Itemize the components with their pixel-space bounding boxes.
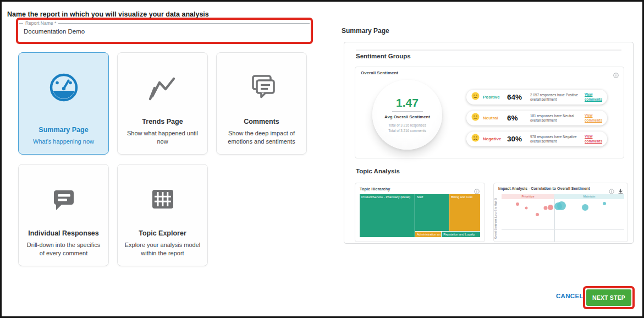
impact-y-axis-label: Overall Sentiment (Low -5 to High 5)	[494, 198, 499, 239]
sentiment-label: Neutral	[483, 116, 504, 120]
scatter-point	[525, 207, 527, 210]
card-summary-page[interactable]: Summary Page What's happening now	[18, 52, 109, 155]
sentiment-label: Negative	[483, 136, 504, 141]
card-comments[interactable]: Comments Show the deep impact of emotion…	[216, 52, 307, 155]
card-individual-responses[interactable]: Individual Responses Drill-down into the…	[18, 164, 109, 266]
treemap-block: Administration an...	[415, 232, 441, 237]
report-name-input[interactable]	[19, 26, 310, 35]
field-outline	[58, 23, 310, 24]
card-topic-explorer[interactable]: Topic Explorer Explore your analysis mod…	[117, 164, 208, 266]
page-title: Name the report in which you will visual…	[7, 10, 209, 18]
smiley-positive-icon	[471, 92, 480, 102]
card-title: Topic Explorer	[124, 229, 201, 237]
maintain-band: Maintain	[554, 194, 624, 199]
card-subtitle: Show the deep impact of emotions and sen…	[223, 129, 300, 145]
sentiment-groups-title: Sentiment Groups	[356, 53, 411, 59]
treemap-label: Administration an...	[415, 232, 441, 237]
prioritize-band: Prioritize	[502, 194, 554, 199]
line-chart-icon	[147, 69, 178, 106]
impact-analysis-card: Impact Analysis - Correlation to Overall…	[493, 183, 628, 242]
sentiment-rows: Positive 64% 2 057 responses have Positi…	[466, 90, 607, 146]
view-comments-link[interactable]: View comments	[585, 92, 603, 102]
topic-analysis-title: Topic Analysis	[356, 168, 400, 174]
sentiment-row-positive: Positive 64% 2 057 responses have Positi…	[466, 90, 607, 105]
scatter-point	[544, 206, 548, 210]
view-comments-link[interactable]: View comments	[585, 113, 603, 123]
scatter-gridline	[502, 229, 624, 230]
scatter-point	[516, 202, 519, 206]
treemap-block: Reputation and Loyalty	[442, 232, 480, 237]
report-type-cards: Summary Page What's happening now Trends…	[18, 52, 307, 266]
avg-sentiment-label: Avg Overall Sentiment	[384, 114, 430, 119]
sentiment-description: 2 057 responses have Positive overall se…	[530, 93, 581, 101]
topic-treemap: Product/Service - Pharmacy (Retail) Staf…	[360, 194, 480, 237]
avg-sentiment-value: 1.47	[396, 96, 419, 109]
impact-scatter-plot	[502, 199, 624, 242]
preview-title: Summary Page	[342, 27, 389, 35]
view-comments-link[interactable]: View comments	[585, 134, 603, 144]
gauge-icon	[48, 69, 79, 106]
total-comments: Total of 3 216 comments	[388, 128, 426, 134]
card-title: Trends Page	[124, 118, 201, 125]
report-name-label-row: Report Name *	[19, 20, 310, 26]
scatter-point	[582, 204, 588, 211]
sentiment-label: Positive	[483, 95, 504, 100]
impact-analysis-title: Impact Analysis - Correlation to Overall…	[498, 187, 590, 190]
treemap-block: Staff	[415, 194, 449, 231]
speech-bubble-icon	[48, 181, 79, 217]
treemap-label: Product/Service - Pharmacy (Retail)	[360, 194, 415, 200]
panel-divider	[356, 50, 621, 51]
card-subtitle: Show what happened until now	[124, 129, 201, 145]
treemap-label: Billing and Cost	[449, 194, 480, 200]
scatter-point	[603, 202, 606, 205]
summary-preview-panel: Sentiment Groups Overall Sentiment 1.47 …	[344, 42, 634, 244]
sentiment-description: 181 responses have Neutral overall senti…	[530, 114, 581, 122]
card-title: Comments	[223, 118, 300, 125]
chat-bubbles-icon	[246, 69, 277, 106]
field-notch	[19, 23, 23, 24]
sentiment-description: 978 responses have Negative overall sent…	[530, 135, 581, 143]
topic-hierarchy-title: Topic Hierarchy	[360, 187, 390, 191]
sentiment-percent: 64%	[507, 93, 527, 101]
smiley-negative-icon	[471, 134, 480, 144]
info-icon[interactable]	[613, 70, 619, 80]
treemap-label: Reputation and Loyalty	[442, 232, 480, 237]
sentiment-percent: 6%	[507, 114, 527, 122]
topic-hierarchy-card: Topic Hierarchy Product/Service - Pharma…	[355, 183, 485, 242]
card-title: Summary Page	[33, 126, 94, 134]
card-subtitle: Drill-down into the specifics of every c…	[25, 241, 102, 257]
report-name-label: Report Name *	[23, 20, 58, 26]
overall-sentiment-title: Overall Sentiment	[361, 70, 398, 75]
treemap-block: Product/Service - Pharmacy (Retail)	[360, 194, 415, 237]
sentiment-row-neutral: Neutral 6% 181 responses have Neutral ov…	[466, 111, 607, 125]
report-name-field: Report Name *	[19, 20, 310, 41]
sentiment-percent: 30%	[507, 135, 527, 143]
sentiment-row-negative: Negative 30% 978 responses have Negative…	[466, 131, 607, 146]
card-title: Individual Responses	[25, 229, 102, 237]
next-step-button[interactable]: NEXT STEP	[586, 289, 631, 306]
overall-sentiment-card: Overall Sentiment 1.47 Avg Overall Senti…	[355, 67, 624, 158]
card-subtitle: What's happening now	[33, 138, 94, 145]
treemap-label: Staff	[415, 194, 449, 200]
create-report-dialog: { "header": { "title": "Name the report …	[0, 0, 644, 318]
card-trends-page[interactable]: Trends Page Show what happened until now	[117, 52, 208, 155]
treemap-block: Billing and Cost	[449, 194, 480, 231]
divider	[392, 111, 423, 112]
total-responses: Total of 3 216 responses	[388, 123, 426, 128]
cancel-button[interactable]: CANCEL	[556, 293, 584, 299]
smiley-neutral-icon	[471, 113, 480, 123]
grid-icon	[147, 181, 178, 217]
scatter-point	[557, 201, 566, 210]
scatter-point	[536, 213, 539, 216]
avg-sentiment-gauge: 1.47 Avg Overall Sentiment Total of 3 21…	[372, 80, 442, 150]
card-subtitle: Explore your analysis model within the r…	[124, 241, 201, 257]
scatter-point	[548, 205, 553, 210]
